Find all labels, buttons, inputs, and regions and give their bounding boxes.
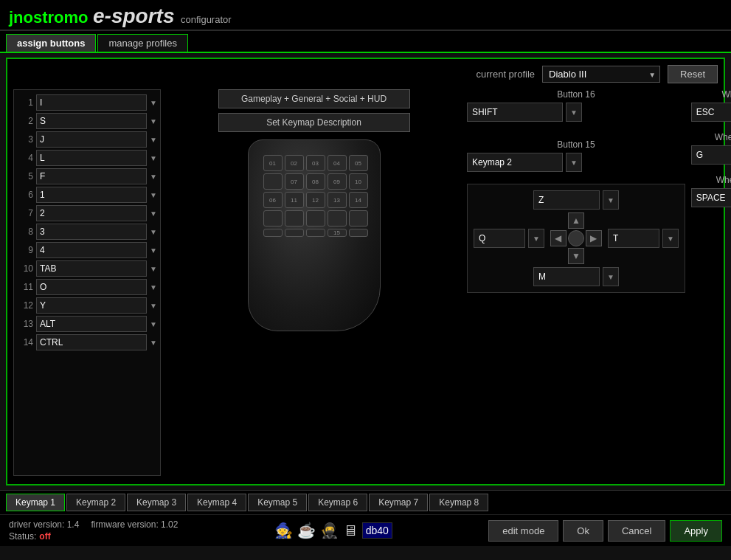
- wheel-up-input[interactable]: [691, 103, 731, 122]
- button-row-12: 12▼: [18, 297, 156, 314]
- button-input-10[interactable]: [36, 260, 147, 277]
- gameplay-button[interactable]: Gameplay + General + Social + HUD: [218, 89, 410, 108]
- dpad-down-btn[interactable]: ▼: [568, 248, 584, 264]
- wheel-button-label: Wheel Button: [691, 132, 731, 142]
- button-arrow-14[interactable]: ▼: [150, 339, 157, 347]
- profile-select[interactable]: Diablo III: [542, 66, 660, 83]
- button15-arrow[interactable]: ▼: [566, 153, 582, 172]
- button-input-12[interactable]: [36, 297, 147, 314]
- button-num-12: 12: [18, 300, 33, 311]
- button-arrow-2[interactable]: ▼: [150, 117, 157, 125]
- button-row-1: 1▼: [18, 94, 156, 111]
- keymap-tab-7[interactable]: Keymap 7: [369, 494, 428, 511]
- button-arrow-5[interactable]: ▼: [150, 173, 157, 181]
- button-input-14[interactable]: [36, 334, 147, 350]
- dpad-up-arrow[interactable]: ▼: [603, 190, 619, 210]
- button-arrow-4[interactable]: ▼: [150, 154, 157, 162]
- profile-bar: current profile Diablo III Reset: [13, 65, 718, 83]
- keymap-tab-6[interactable]: Keymap 6: [308, 494, 367, 511]
- button16-arrow[interactable]: ▼: [566, 103, 582, 122]
- device-key-13: 12: [306, 192, 325, 208]
- button-input-4[interactable]: [36, 150, 147, 166]
- apply-button[interactable]: Apply: [670, 520, 722, 542]
- driver-version: driver version: 1.4: [9, 519, 79, 530]
- button-row-14: 14▼: [18, 334, 156, 350]
- button-input-9[interactable]: [36, 242, 147, 258]
- button-arrow-8[interactable]: ▼: [150, 228, 157, 236]
- button-arrow-6[interactable]: ▼: [150, 191, 157, 199]
- keymap-tabs: Keymap 1Keymap 2Keymap 3Keymap 4Keymap 5…: [0, 490, 731, 514]
- button-input-3[interactable]: [36, 131, 147, 148]
- button-row-2: 2▼: [18, 113, 156, 129]
- dpad-right-input[interactable]: [608, 229, 659, 248]
- button-arrow-1[interactable]: ▼: [150, 99, 157, 107]
- keymap-tab-4[interactable]: Keymap 4: [187, 494, 246, 511]
- edit-mode-button[interactable]: edit mode: [488, 520, 558, 542]
- button-arrow-7[interactable]: ▼: [150, 210, 157, 218]
- dpad-left-input[interactable]: [474, 229, 525, 248]
- button-input-7[interactable]: [36, 205, 147, 221]
- tab-manage-profiles[interactable]: manage profiles: [97, 34, 188, 52]
- ok-button[interactable]: Ok: [563, 520, 603, 542]
- dpad-down-input[interactable]: [533, 267, 600, 286]
- keymap-tab-8[interactable]: Keymap 8: [429, 494, 488, 511]
- button-input-8[interactable]: [36, 224, 147, 240]
- buttons-list: 1▼2▼3▼4▼5▼6▼7▼8▼9▼10▼11▼12▼13▼14▼: [13, 89, 161, 476]
- button-arrow-10[interactable]: ▼: [150, 265, 157, 273]
- button-row-11: 11▼: [18, 279, 156, 295]
- dpad-right-arrow[interactable]: ▼: [662, 229, 679, 248]
- dpad-down-arrow2[interactable]: ▼: [603, 267, 619, 286]
- button-num-5: 5: [18, 171, 33, 182]
- device-key-1: 01: [263, 155, 283, 171]
- dpad-right-btn[interactable]: ▶: [586, 230, 602, 246]
- icon-fire: ☕: [297, 522, 316, 539]
- button-input-1[interactable]: [36, 94, 147, 111]
- button-input-11[interactable]: [36, 279, 147, 295]
- device-key-4: 04: [328, 155, 347, 171]
- brand-right: e-sports: [93, 4, 174, 27]
- device-key-24: 15: [328, 229, 347, 237]
- button-arrow-12[interactable]: ▼: [150, 302, 157, 310]
- footer-info: driver version: 1.4 firmware version: 1.…: [9, 519, 178, 542]
- button-num-11: 11: [18, 282, 33, 292]
- middle-panel: Gameplay + General + Social + HUD Set Ke…: [167, 89, 461, 476]
- cancel-button[interactable]: Cancel: [608, 520, 665, 542]
- keymap-tab-1[interactable]: Keymap 1: [6, 494, 65, 511]
- device-key-12: 11: [285, 192, 304, 208]
- device-key-9: 09: [328, 173, 347, 190]
- device-key-15: 14: [349, 192, 368, 208]
- button-input-5[interactable]: [36, 168, 147, 184]
- button-arrow-11[interactable]: ▼: [150, 283, 157, 291]
- wheel-down-input[interactable]: [691, 188, 731, 207]
- button-input-13[interactable]: [36, 316, 147, 332]
- button-num-13: 13: [18, 319, 33, 329]
- reset-button[interactable]: Reset: [668, 65, 718, 83]
- wheel-button-group: Wheel Button ▼: [691, 132, 731, 165]
- subtitle: configurator: [181, 14, 232, 25]
- button-arrow-13[interactable]: ▼: [150, 320, 157, 328]
- button-arrow-9[interactable]: ▼: [150, 246, 157, 255]
- dpad-area: ▼ ▼ ▲: [467, 184, 685, 293]
- tab-assign-buttons[interactable]: assign buttons: [6, 34, 96, 52]
- keymap-tab-5[interactable]: Keymap 5: [248, 494, 307, 511]
- button16-input[interactable]: [467, 103, 563, 122]
- dpad-up-btn[interactable]: ▲: [568, 212, 584, 229]
- profile-label: current profile: [477, 69, 535, 80]
- dpad-up-input[interactable]: [533, 190, 600, 210]
- footer: driver version: 1.4 firmware version: 1.…: [0, 514, 731, 546]
- button-input-2[interactable]: [36, 113, 147, 129]
- button-input-6[interactable]: [36, 187, 147, 203]
- set-keymap-button[interactable]: Set Keymap Description: [218, 113, 410, 132]
- dpad-left-btn[interactable]: ◀: [550, 230, 567, 246]
- wheel-up-group: Wheel Up ▼: [691, 89, 731, 122]
- button-arrow-3[interactable]: ▼: [150, 136, 157, 144]
- dpad-left-arrow[interactable]: ▼: [528, 229, 544, 248]
- footer-buttons: edit mode Ok Cancel Apply: [488, 520, 722, 542]
- keymap-tab-3[interactable]: Keymap 3: [127, 494, 186, 511]
- button15-input[interactable]: [467, 153, 563, 172]
- device-key-17: [285, 210, 304, 227]
- device-key-19: [328, 210, 347, 227]
- wheel-button-input[interactable]: [691, 145, 731, 165]
- keymap-tab-2[interactable]: Keymap 2: [66, 494, 125, 511]
- device-key-23: [306, 229, 325, 237]
